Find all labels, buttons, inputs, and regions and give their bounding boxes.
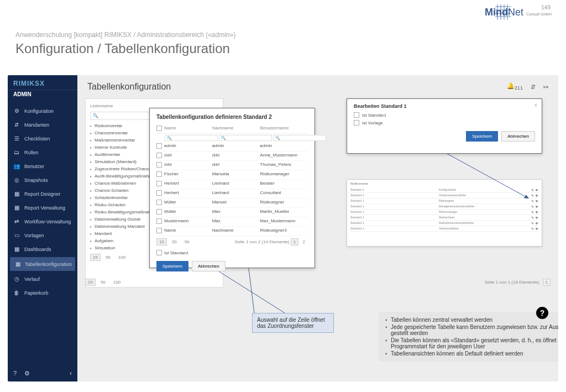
sidebar-item-mandanten[interactable]: ⇵Mandanten — [8, 118, 77, 132]
row-checkbox[interactable] — [156, 171, 162, 177]
page-1[interactable]: 1 — [291, 238, 298, 245]
nav-icon: 👥 — [13, 163, 20, 169]
filter-user[interactable] — [273, 135, 326, 141]
save-button[interactable]: Speichern — [156, 261, 188, 271]
close-icon[interactable]: × — [534, 102, 537, 108]
nav-label: Tabellenkonfiguration — [25, 262, 72, 267]
main-title: Tabellenkonfiguration — [87, 82, 171, 92]
row-checkbox[interactable] — [156, 190, 162, 196]
table-row[interactable]: adminadminadmin — [156, 142, 308, 151]
info-bullet: Tabellenansichten können als Default def… — [385, 350, 558, 357]
cfg-page-size-10[interactable]: 10 — [156, 238, 167, 245]
row-checkbox[interactable] — [156, 218, 162, 224]
sidebar-item-dashboards[interactable]: ▦Dashboards — [8, 242, 77, 256]
preview-row[interactable]: Standard 1Maßnahmenverantwortlicher✎ 👁 — [350, 221, 538, 226]
info-bullet: Die Tabellen können als «Standard» geset… — [385, 337, 558, 350]
table-row[interactable]: HerbertLienhardConsultant — [156, 189, 308, 198]
is-standard-label: Ist Standard — [164, 250, 188, 255]
row-checkbox[interactable] — [156, 143, 162, 149]
main-header: Tabellenkonfiguration 🔔211 ⇵ ↦ — [77, 75, 558, 98]
select-all-checkbox[interactable] — [156, 126, 162, 131]
nav-icon: 🗑 — [13, 290, 20, 296]
nav-icon: ⇵ — [13, 122, 20, 128]
row-checkbox[interactable] — [156, 228, 162, 233]
table-row[interactable]: NameNachnameRisikoeigner3 — [156, 227, 308, 236]
edit-cancel-button[interactable]: Abbrechen — [501, 131, 535, 142]
page-size-25[interactable]: 25 — [90, 254, 101, 261]
edit-save-button[interactable]: Speichern — [466, 131, 498, 142]
sidebar: RIMIKSX ADMIN ⚙Konfiguration⇵Mandanten☰C… — [8, 75, 77, 381]
sidebar-item-tabellenkonfiguration[interactable]: ▦Tabellenkonfiguration — [10, 257, 75, 271]
page-1-bottom[interactable]: 1 — [543, 279, 551, 286]
cfg-page-size-50[interactable]: 50 — [182, 238, 192, 245]
page-2[interactable]: 2 — [300, 238, 308, 245]
sidebar-item-snapshots[interactable]: ◎Snapshots — [8, 173, 77, 187]
table-row[interactable]: ddddddAnna_Mustermann — [156, 151, 308, 161]
bell-icon[interactable]: 🔔211 — [507, 82, 523, 91]
nav-icon: ▦ — [15, 261, 20, 267]
sidebar-item-workflow-verwaltung[interactable]: ⇄Workflow-Verwaltung — [8, 215, 77, 228]
filter-name[interactable] — [165, 135, 218, 141]
filter-lastname[interactable] — [219, 135, 272, 141]
is-template-chk[interactable] — [354, 120, 359, 126]
page-size-100[interactable]: 100 — [116, 254, 128, 261]
tree-icon[interactable]: ⇵ — [531, 83, 536, 91]
gear-icon[interactable]: ⚙ — [24, 370, 30, 377]
sidebar-item-checklisten[interactable]: ☰Checklisten — [8, 132, 77, 145]
nav-icon: ▦ — [13, 205, 20, 211]
sidebar-item-benutzer[interactable]: 👥Benutzer — [8, 159, 77, 173]
sidebar-item-vorlagen[interactable]: ▭Vorlagen — [8, 228, 77, 242]
sidebar-item-report-verwaltung[interactable]: ▦Report Verwaltung — [8, 201, 77, 215]
main-area: Tabellenkonfiguration 🔔211 ⇵ ↦ Listennam… — [77, 75, 558, 381]
preview-row[interactable]: Standard 1Stellvertreter✎ 👁 — [350, 215, 538, 221]
sidebar-item-konfiguration[interactable]: ⚙Konfiguration — [8, 104, 77, 118]
table-row[interactable]: MustermannMaxMax_Mustermann — [156, 217, 308, 227]
cancel-button[interactable]: Abbrechen — [192, 261, 226, 271]
preview-row[interactable]: Standard 1Verantwortlicher✎ 👁 — [350, 226, 538, 232]
table-row[interactable]: MüllerManuelRisikoeigner — [156, 198, 308, 208]
page-title: Konfiguration / Tabellenkonfiguration — [15, 41, 230, 56]
preview-row[interactable]: Standard 1Risikomanager✎ 👁 — [350, 210, 538, 215]
logout-icon[interactable]: ↦ — [543, 83, 548, 91]
info-bullet: Jede gespeicherte Tabelle kann Benutzern… — [385, 323, 558, 337]
table-row[interactable]: MüllerMaxMartin_Mueller — [156, 208, 308, 217]
nav-icon: ▭ — [13, 232, 20, 238]
row-checkbox[interactable] — [156, 200, 162, 205]
nav-label: Workflow-Verwaltung — [24, 219, 71, 224]
page-size-50[interactable]: 50 — [103, 254, 113, 261]
nav-label: Benutzer — [24, 164, 44, 169]
info-box: Tabellen können zentral verwaltet werden… — [379, 312, 558, 362]
table-row[interactable]: ddddddThomas_Peters — [156, 161, 308, 170]
sidebar-item-papierkorb[interactable]: 🗑Papierkorb — [8, 286, 77, 300]
help-badge-icon[interactable]: ? — [536, 307, 548, 319]
table-row[interactable]: FischerManuelaRisikomanager — [156, 170, 308, 180]
nav-label: Konfiguration — [24, 108, 54, 114]
size-50[interactable]: 50 — [98, 279, 108, 286]
preview-row[interactable]: Standard 1Risikoeigner✎ 👁 — [350, 198, 538, 204]
sidebar-item-verlauf[interactable]: ◷Verlauf — [8, 272, 77, 286]
app-logo: RIMIKSX — [8, 75, 77, 90]
preview-row[interactable]: Standard 1Konfigurierbar✎ 👁 — [350, 187, 538, 193]
sidebar-item-report-designer[interactable]: ▦Report Designer — [8, 187, 77, 201]
sidebar-item-rollen[interactable]: 🗂Rollen — [8, 145, 77, 159]
row-checkbox[interactable] — [156, 153, 162, 158]
table-row[interactable]: HerbertLienhardBerater — [156, 180, 308, 189]
size-100[interactable]: 100 — [111, 279, 123, 286]
cfg-page-size-20[interactable]: 20 — [169, 238, 180, 245]
preview-row[interactable]: Standard 1Managementverantwortlicher✎ 👁 — [350, 204, 538, 210]
config-dialog: Tabellenkonfiguration definieren Standar… — [149, 108, 315, 268]
mindnet-logo: MindNet Consult GmbH — [485, 7, 552, 18]
help-icon[interactable]: ? — [13, 370, 17, 377]
row-checkbox[interactable] — [156, 162, 162, 168]
sidebar-collapse[interactable]: ‹ — [70, 369, 72, 377]
preview-row[interactable]: Standard 1Globalverantwortlicher✎ 👁 — [350, 193, 538, 198]
nav-icon: 🗂 — [13, 149, 20, 155]
is-standard-chk[interactable] — [354, 112, 359, 118]
row-checkbox[interactable] — [156, 181, 162, 186]
row-checkbox[interactable] — [156, 209, 162, 215]
sidebar-footer: ? ⚙ — [13, 370, 30, 377]
is-standard-checkbox[interactable] — [156, 250, 162, 255]
size-25[interactable]: 25 — [85, 279, 96, 286]
nav-label: Vorlagen — [24, 233, 44, 238]
bottom-pager-sizes: 25 50 100 — [85, 279, 123, 286]
